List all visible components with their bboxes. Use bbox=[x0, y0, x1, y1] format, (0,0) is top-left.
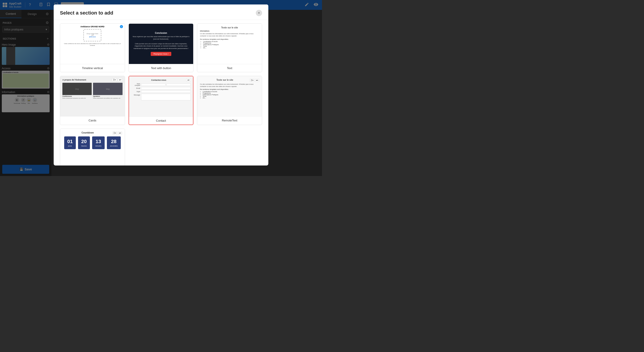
contact-last-input bbox=[166, 84, 191, 86]
cards-preview-title: A propos de l'évènement bbox=[62, 79, 86, 81]
remote-text-preview: Texte sur le site ☰▾ ●▾ Ce site centrali… bbox=[197, 76, 262, 116]
timeline-preview: Ambiance GRAND NORD Drop image here OR @… bbox=[60, 24, 125, 64]
badge: 2 bbox=[120, 25, 123, 28]
countdown-minutes-box: 13 minutes bbox=[92, 136, 105, 149]
countdown-preview: Countdown ☰▾ ●▾ 01 jours bbox=[60, 129, 125, 166]
countdown-minutes-label: minutes bbox=[95, 145, 102, 147]
remote-templates-list: Localisation et accès Programme Informat… bbox=[202, 91, 259, 98]
contact-preview: Contactez-nous ●▾ Nom complet bbox=[129, 76, 193, 116]
text-btn-body: Nous espérons que vous êtes aussi enthou… bbox=[132, 36, 191, 50]
text-btn-label: Text with button bbox=[129, 64, 194, 72]
text-templates-label: De nombreux templates sont disponibles : bbox=[200, 38, 259, 40]
contact-label-subject: Sujet bbox=[131, 91, 140, 92]
contact-first-input bbox=[141, 84, 166, 86]
contact-label: Contact bbox=[129, 116, 193, 124]
remote-tb1: ☰▾ bbox=[250, 79, 254, 82]
section-card-remote-text[interactable]: Texte sur le site ☰▾ ●▾ Ce site centrali… bbox=[197, 76, 262, 125]
timeline-label: Timeline vertical bbox=[60, 64, 125, 72]
card2-img bbox=[93, 83, 122, 95]
countdown-row: Countdown ☰▾ ●▾ 01 jours bbox=[60, 128, 262, 166]
modal-title: Select a section to add bbox=[60, 10, 113, 16]
timeline-desc: Cette conférence de renom abordera les s… bbox=[62, 43, 123, 46]
text-label: Text bbox=[197, 64, 262, 72]
card2-title: Speakers bbox=[93, 95, 122, 98]
modal-header: Select a section to add × bbox=[54, 4, 268, 20]
remote-text-label: RemoteText bbox=[197, 116, 262, 124]
card-item-1: Conférences Notre événement propose une … bbox=[62, 83, 92, 99]
modal-close-button[interactable]: × bbox=[256, 10, 262, 16]
contact-row-subject: Sujet bbox=[131, 90, 191, 93]
countdown-minutes: 13 bbox=[95, 139, 102, 144]
contact-email-input bbox=[141, 87, 191, 90]
countdown-tb2: ●▾ bbox=[118, 132, 122, 135]
drop-area: Drop image here OR @Browse bbox=[84, 29, 101, 41]
text-btn-preview: Conclusion Nous espérons que vous êtes a… bbox=[129, 24, 194, 64]
card-item-2: Speakers Notre événement accueillera des… bbox=[93, 83, 122, 99]
text-templates-list: Localisation et accès Programme Informat… bbox=[203, 41, 259, 48]
contact-subject-input bbox=[141, 90, 191, 93]
remote-text-body: Ce site centralise les informations sur … bbox=[200, 83, 259, 88]
countdown-seconds-box: 28 secondes bbox=[107, 136, 121, 149]
countdown-hours-label: heures bbox=[81, 145, 86, 147]
cards-row: Conférences Notre événement propose une … bbox=[62, 83, 122, 99]
text-btn-heading: Conclusion bbox=[155, 32, 167, 34]
contact-tb1: ●▾ bbox=[186, 78, 191, 82]
cards-label: Cards bbox=[60, 116, 125, 124]
rejoin-button[interactable]: Rejoignez-nous ! bbox=[151, 52, 171, 56]
section-grid-row2: A propos de l'évènement ☰▾ ●▾ bbox=[60, 76, 262, 125]
section-grid-row1: Ambiance GRAND NORD Drop image here OR @… bbox=[60, 24, 262, 72]
contact-label-email: Email bbox=[131, 88, 140, 89]
contact-label-name: Nom complet bbox=[131, 83, 140, 86]
section-selector-modal: Select a section to add × Ambiance GRAND… bbox=[54, 4, 268, 166]
countdown-days: 01 bbox=[67, 139, 73, 144]
section-card-cards[interactable]: A propos de l'évènement ☰▾ ●▾ bbox=[60, 76, 125, 125]
cards-tb1: ☰▾ bbox=[112, 78, 117, 82]
card2-desc: Notre événement accueillera des speakers… bbox=[93, 98, 122, 99]
countdown-preview-title: Countdown bbox=[63, 132, 112, 135]
section-card-text-btn[interactable]: Conclusion Nous espérons que vous êtes a… bbox=[128, 24, 194, 72]
countdown-days-box: 01 jours bbox=[64, 136, 76, 149]
cards-preview: A propos de l'évènement ☰▾ ●▾ bbox=[60, 76, 125, 116]
contact-row-message: Message bbox=[131, 94, 191, 100]
text-info-label: Informations bbox=[200, 30, 259, 32]
remote-templates-label: De nombreux templates sont disponibles : bbox=[200, 88, 259, 90]
countdown-boxes: 01 jours 20 heures 13 minutes bbox=[64, 136, 121, 149]
countdown-hours-box: 20 heures bbox=[78, 136, 90, 149]
remote-tb2: ●▾ bbox=[255, 79, 259, 82]
contact-row-email: Email bbox=[131, 87, 191, 90]
countdown-seconds-label: secondes bbox=[110, 145, 118, 147]
section-card-contact[interactable]: Contactez-nous ●▾ Nom complet bbox=[128, 76, 194, 125]
timeline-title: Ambiance GRAND NORD bbox=[62, 26, 123, 28]
card1-title: Conférences bbox=[62, 95, 92, 98]
contact-label-message: Message bbox=[131, 94, 140, 96]
countdown-tb1: ☰▾ bbox=[112, 132, 117, 135]
modal-overlay: Select a section to add × Ambiance GRAND… bbox=[0, 0, 322, 176]
section-card-countdown[interactable]: Countdown ☰▾ ●▾ 01 jours bbox=[60, 128, 125, 166]
contact-row-name: Nom complet bbox=[131, 83, 191, 86]
section-card-timeline[interactable]: Ambiance GRAND NORD Drop image here OR @… bbox=[60, 24, 125, 72]
countdown-seconds: 28 bbox=[110, 139, 118, 144]
countdown-hours: 20 bbox=[81, 139, 86, 144]
modal-content: Ambiance GRAND NORD Drop image here OR @… bbox=[54, 20, 268, 166]
contact-message-input bbox=[141, 94, 191, 100]
countdown-days-label: jours bbox=[67, 145, 73, 147]
text-info-desc: Ce site centralise les informations sur … bbox=[200, 33, 259, 37]
contact-preview-title: Contactez-nous bbox=[131, 79, 186, 81]
text-preview: Texte sur le site Informations Ce site c… bbox=[197, 24, 262, 64]
text-preview-title: Texte sur le site bbox=[200, 26, 259, 29]
section-card-text[interactable]: Texte sur le site Informations Ce site c… bbox=[197, 24, 262, 72]
cards-tb2: ●▾ bbox=[118, 78, 122, 82]
remote-title: Texte sur le site bbox=[200, 79, 250, 82]
card1-img bbox=[62, 83, 92, 95]
card1-desc: Notre événement propose une série de bbox=[62, 98, 92, 99]
